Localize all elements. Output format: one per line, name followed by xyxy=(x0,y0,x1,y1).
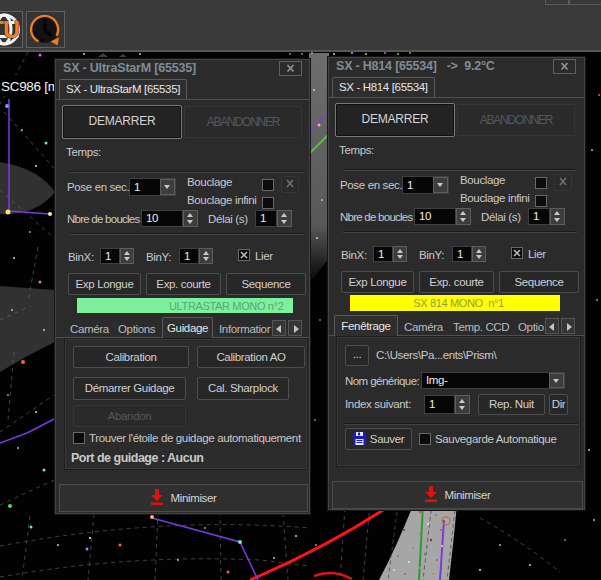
svg-text:SC986 [m: SC986 [m xyxy=(1,79,59,94)
svg-text:TU: TU xyxy=(0,17,20,43)
